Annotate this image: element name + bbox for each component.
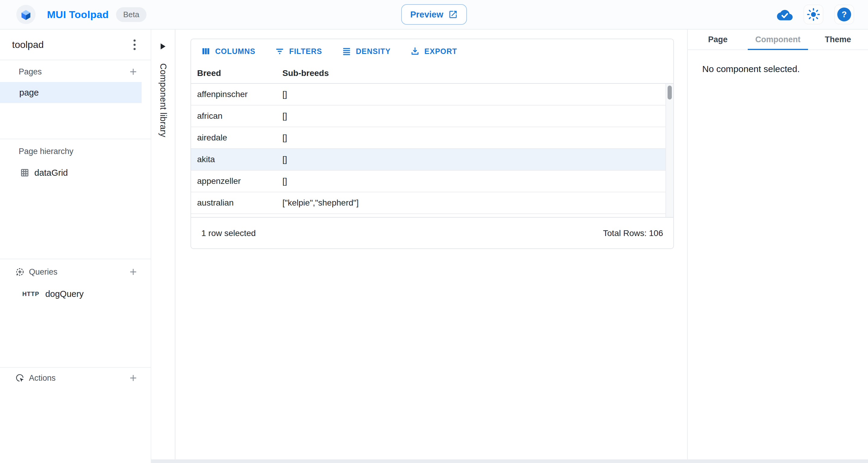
table-row[interactable]	[191, 214, 673, 217]
open-in-new-icon	[448, 10, 458, 19]
project-row: toolpad	[0, 30, 151, 60]
help-icon: ?	[837, 7, 851, 22]
horizontal-scrollbar[interactable]	[151, 459, 868, 463]
table-row[interactable]: affenpinscher []	[191, 84, 673, 105]
hierarchy-item-label: dataGrid	[34, 168, 68, 178]
beta-badge: Beta	[116, 7, 147, 22]
query-item-dogquery[interactable]: HTTP dogQuery	[0, 283, 151, 304]
export-button[interactable]: EXPORT	[406, 44, 461, 59]
add-query-button[interactable]	[126, 265, 141, 279]
datagrid-footer: 1 row selected Total Rows: 106	[191, 217, 673, 249]
preview-button-label: Preview	[410, 10, 443, 20]
actions-section-label: Actions	[29, 373, 56, 383]
table-row[interactable]: airedale []	[191, 127, 673, 149]
datagrid-rows-viewport: affenpinscher [] african [] airedale [] …	[191, 84, 673, 217]
toolpad-logo-icon[interactable]	[16, 5, 36, 24]
help-button[interactable]: ?	[834, 4, 854, 24]
page-hierarchy-label: Page hierarchy	[19, 147, 73, 156]
component-library-label[interactable]: Component library	[158, 63, 168, 137]
table-row[interactable]: australian ["kelpie","shepherd"]	[191, 192, 673, 214]
project-menu-button[interactable]	[132, 38, 137, 52]
total-rows-count: Total Rows: 106	[603, 228, 663, 238]
add-action-button[interactable]	[126, 371, 141, 385]
table-row-selected[interactable]: akita []	[191, 149, 673, 171]
component-library-panel: Component library	[151, 30, 176, 463]
light-mode-icon	[807, 8, 820, 21]
http-badge: HTTP	[22, 290, 39, 298]
inspector-panel: Page Component Theme No component select…	[687, 30, 868, 463]
page-hierarchy-section: Page hierarchy dataGrid	[0, 139, 151, 259]
pages-section-label: Pages	[19, 67, 42, 76]
tab-component[interactable]: Component	[748, 30, 808, 50]
scrollbar-thumb[interactable]	[668, 86, 672, 99]
datagrid-toolbar: COLUMNS FILTERS DE	[191, 39, 673, 63]
filters-button[interactable]: FILTERS	[271, 44, 326, 59]
expand-library-icon[interactable]	[161, 43, 165, 50]
table-row[interactable]: appenzeller []	[191, 171, 673, 192]
view-columns-icon	[201, 46, 211, 56]
datagrid-component[interactable]: COLUMNS FILTERS DE	[190, 38, 674, 249]
columns-button[interactable]: COLUMNS	[197, 44, 259, 59]
actions-click-icon	[15, 373, 25, 383]
filter-list-icon	[275, 46, 285, 56]
queries-section-label: Queries	[29, 267, 58, 277]
app-root: MUI Toolpad Beta Preview	[0, 0, 868, 463]
page-canvas: COLUMNS FILTERS DE	[176, 30, 687, 463]
actions-section: Actions	[0, 368, 151, 463]
query-item-label: dogQuery	[45, 289, 84, 299]
datagrid-header-row: Breed Sub-breeds	[191, 63, 673, 84]
add-page-button[interactable]	[126, 64, 141, 79]
vertical-scrollbar[interactable]	[665, 84, 673, 217]
tab-page[interactable]: Page	[688, 30, 748, 50]
project-name: toolpad	[12, 39, 44, 50]
app-header: MUI Toolpad Beta Preview	[0, 0, 868, 30]
grid-icon	[20, 168, 30, 178]
preview-button[interactable]: Preview	[401, 4, 467, 25]
inspector-tabbar: Page Component Theme	[688, 30, 868, 50]
cloud-synced-icon	[777, 8, 793, 21]
light-mode-toggle-button[interactable]	[804, 4, 824, 24]
tab-theme[interactable]: Theme	[808, 30, 868, 50]
queries-section: Queries HTTP dogQuery	[0, 259, 151, 368]
sidebar-item-page[interactable]: page	[0, 82, 142, 103]
rows-selected-status: 1 row selected	[201, 228, 256, 238]
explorer-sidebar: toolpad Pages page Page hierarchy	[0, 30, 151, 463]
app-title: MUI Toolpad	[47, 9, 109, 21]
column-header-subbreeds[interactable]: Sub-breeds	[282, 68, 673, 78]
download-icon	[410, 46, 420, 56]
query-icon	[15, 267, 25, 277]
density-icon	[341, 46, 352, 56]
hierarchy-item-datagrid[interactable]: dataGrid	[0, 162, 151, 183]
no-component-message: No component selected.	[702, 64, 868, 74]
active-tab-indicator	[748, 49, 808, 50]
table-row[interactable]: african []	[191, 105, 673, 127]
density-button[interactable]: DENSITY	[338, 44, 394, 59]
column-header-breed[interactable]: Breed	[191, 68, 282, 78]
pages-section: Pages page	[0, 60, 151, 139]
